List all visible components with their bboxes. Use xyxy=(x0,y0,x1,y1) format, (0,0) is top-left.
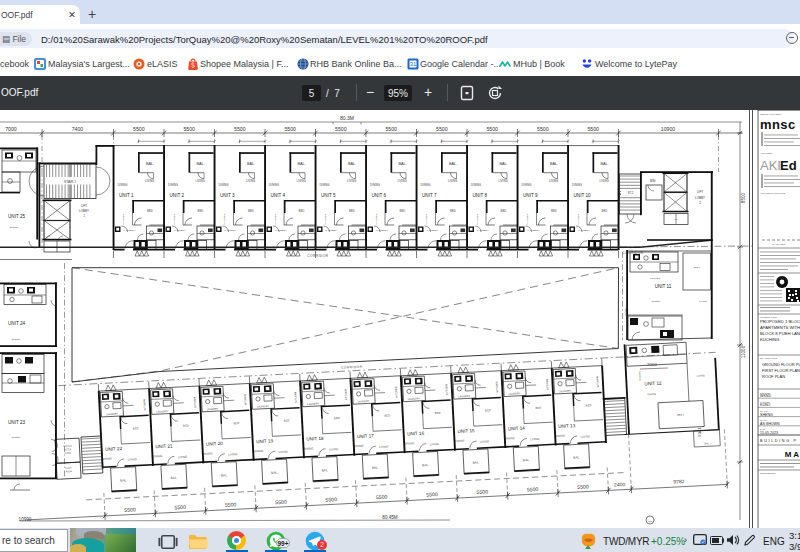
svg-text:M A: M A xyxy=(785,450,800,459)
svg-text:5500: 5500 xyxy=(275,499,287,506)
svg-text:80.45M: 80.45M xyxy=(382,515,397,520)
svg-text:2400: 2400 xyxy=(614,481,626,488)
svg-text:15.05.2023: 15.05.2023 xyxy=(760,431,778,435)
svg-text:UNIT 10: UNIT 10 xyxy=(574,193,591,198)
svg-text:LIVING: LIVING xyxy=(329,447,338,451)
svg-text:APARTMENTS WITH ST: APARTMENTS WITH ST xyxy=(760,325,800,330)
svg-text:CORRIDOR: CORRIDOR xyxy=(307,254,329,258)
svg-text:LAUNDRY: LAUNDRY xyxy=(458,395,470,399)
svg-text:KITCHEN: KITCHEN xyxy=(425,213,428,224)
svg-text:PROPOSED 1 BLOCK OF: PROPOSED 1 BLOCK OF xyxy=(760,319,800,324)
svg-text:DINING: DINING xyxy=(219,183,229,187)
svg-text:UNIT 7: UNIT 7 xyxy=(422,193,437,198)
svg-text:KITCHEN: KITCHEN xyxy=(650,277,660,279)
svg-text:BAL.: BAL. xyxy=(704,442,710,445)
svg-text:7000: 7000 xyxy=(5,126,17,132)
svg-text:LIVING: LIVING xyxy=(195,179,204,183)
svg-text:LIVING: LIVING xyxy=(599,179,608,183)
svg-text:15a: 15a xyxy=(648,520,653,523)
svg-text:DINING: DINING xyxy=(12,436,21,439)
svg-text:FIRST FLOOR PLAN: FIRST FLOOR PLAN xyxy=(762,368,800,373)
svg-text:LIFT: LIFT xyxy=(697,190,703,194)
svg-text:BLOCK 8 PUEH LAND D: BLOCK 8 PUEH LAND D xyxy=(760,331,800,336)
svg-text:KITCHEN: KITCHEN xyxy=(546,379,550,390)
svg-text:UNIT 4: UNIT 4 xyxy=(271,193,286,198)
svg-text:5500: 5500 xyxy=(183,126,195,132)
svg-text:DINING: DINING xyxy=(12,338,21,341)
svg-text:BED: BED xyxy=(485,408,491,412)
svg-text:DESIGNED: DESIGNED xyxy=(760,392,771,394)
svg-text:LIVING: LIVING xyxy=(145,179,154,183)
svg-text:DINING: DINING xyxy=(354,444,364,448)
svg-text:METER: METER xyxy=(64,448,72,450)
svg-text:CORRIDOR: CORRIDOR xyxy=(341,365,363,370)
svg-text:DATE: DATE xyxy=(760,428,766,430)
svg-text:UNIT 23: UNIT 23 xyxy=(8,420,25,425)
svg-text:LOBBY: LOBBY xyxy=(79,209,89,213)
svg-text:BED: BED xyxy=(349,209,355,213)
svg-text:UNIT 5: UNIT 5 xyxy=(321,193,336,198)
svg-text:5500: 5500 xyxy=(335,126,347,132)
svg-text:Ed: Ed xyxy=(780,158,797,173)
svg-text:UNIT 24: UNIT 24 xyxy=(8,321,25,326)
svg-text:UNIT 13: UNIT 13 xyxy=(558,423,576,429)
svg-text:BAL.: BAL. xyxy=(422,463,429,467)
svg-text:5500: 5500 xyxy=(385,126,397,132)
svg-text:DINING: DINING xyxy=(522,183,532,187)
svg-text:11000: 11000 xyxy=(741,345,746,358)
svg-text:BIN: BIN xyxy=(650,179,656,183)
svg-text:UNIT 9: UNIT 9 xyxy=(523,193,538,198)
svg-text:SC: SC xyxy=(675,218,678,220)
svg-text:ST.2: ST.2 xyxy=(628,191,634,195)
svg-text:DINING: DINING xyxy=(454,439,464,443)
svg-text:DINING: DINING xyxy=(303,446,313,450)
svg-text:BED: BED xyxy=(183,424,189,428)
svg-text:BED: BED xyxy=(334,416,340,420)
svg-text:BAL.: BAL. xyxy=(146,162,154,166)
svg-text:KITCHEN: KITCHEN xyxy=(324,213,327,224)
svg-text:KITCHEN: KITCHEN xyxy=(375,213,378,224)
svg-text:5500: 5500 xyxy=(527,486,539,493)
svg-text:9341: 9341 xyxy=(697,427,702,437)
svg-text:BAL.: BAL. xyxy=(398,162,406,166)
svg-text:PROJECT TITLE: PROJECT TITLE xyxy=(760,316,777,318)
svg-text:LIVING: LIVING xyxy=(397,179,406,183)
svg-text:LIVING: LIVING xyxy=(279,450,288,454)
svg-text:ROOM: ROOM xyxy=(65,452,72,454)
svg-text:LAUNDRY: LAUNDRY xyxy=(156,410,168,414)
svg-text:DRAWING TITLE: DRAWING TITLE xyxy=(760,357,778,359)
svg-text:DINING: DINING xyxy=(203,451,213,455)
svg-text:KITCHEN: KITCHEN xyxy=(274,213,277,224)
svg-text:LAUNDRY: LAUNDRY xyxy=(477,229,489,232)
svg-text:BED: BED xyxy=(586,403,592,407)
svg-text:DINING: DINING xyxy=(102,456,112,460)
svg-text:LAUNDRY: LAUNDRY xyxy=(376,229,388,232)
svg-text:DINING: DINING xyxy=(555,434,565,438)
svg-text:LIVING: LIVING xyxy=(498,179,507,183)
svg-text:UNIT 11: UNIT 11 xyxy=(655,284,672,289)
svg-text:5500: 5500 xyxy=(225,501,237,508)
svg-text:80.3M: 80.3M xyxy=(340,115,354,121)
svg-text:KITCHEN: KITCHEN xyxy=(244,394,248,405)
svg-text:LIVING: LIVING xyxy=(448,179,457,183)
svg-text:BED: BED xyxy=(248,209,254,213)
svg-text:BED: BED xyxy=(384,413,390,417)
svg-text:DINING: DINING xyxy=(118,183,128,187)
svg-text:BAL.: BAL. xyxy=(247,162,255,166)
svg-text:LAUNDRY: LAUNDRY xyxy=(358,400,370,404)
svg-text:UNIT 12: UNIT 12 xyxy=(644,381,662,387)
svg-text:DINING: DINING xyxy=(253,449,263,453)
svg-text:CHECKED: CHECKED xyxy=(760,401,770,403)
svg-text:BED 1: BED 1 xyxy=(677,413,685,416)
svg-text:DINING: DINING xyxy=(647,393,656,396)
svg-text:LIVING: LIVING xyxy=(178,455,187,459)
svg-text:AS SHOWN: AS SHOWN xyxy=(760,422,780,426)
svg-text:ROOM: ROOM xyxy=(66,470,73,472)
svg-text:DINING: DINING xyxy=(269,183,279,187)
svg-text:BAL.: BAL. xyxy=(271,471,278,475)
svg-text:LOBBY: LOBBY xyxy=(695,196,705,200)
svg-text:8500: 8500 xyxy=(741,192,746,203)
svg-text:LAUNDRY: LAUNDRY xyxy=(408,397,420,401)
svg-text:DINING: DINING xyxy=(421,183,431,187)
svg-text:5500: 5500 xyxy=(476,488,488,495)
